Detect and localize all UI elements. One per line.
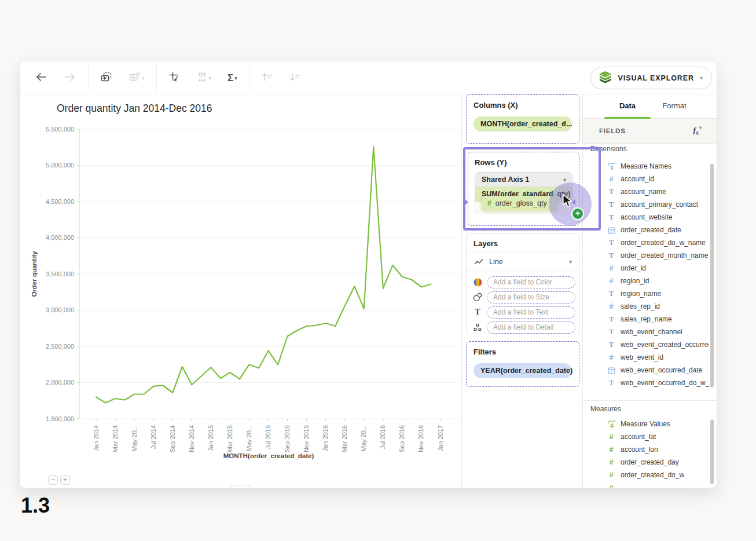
field-item-account-id[interactable]: #account_id xyxy=(583,173,709,185)
toolbar-sort-descending-button[interactable] xyxy=(285,69,304,87)
measures-scrollbar[interactable] xyxy=(710,419,714,484)
field-item-order-created-date[interactable]: order_created_date xyxy=(583,224,709,236)
filters-title: Filters xyxy=(474,348,572,356)
chevron-down-icon: ▾ xyxy=(234,76,237,81)
canvas-drag-handle[interactable] xyxy=(232,485,251,488)
field-item-measure-values[interactable]: #Measure Values xyxy=(583,418,709,430)
page-label: 1.3 xyxy=(21,494,50,518)
shared-axis-header[interactable]: Shared Axis 1 ▾ xyxy=(475,173,572,187)
visual-explorer-button[interactable]: VISUAL EXPLORER ▾ xyxy=(590,67,712,89)
svg-text:May 20...: May 20... xyxy=(360,425,367,451)
toolbar-aggregate-button[interactable]: Σ▾ xyxy=(224,71,241,85)
line-chart: 1,500,0002,000,0002,500,0003,000,0003,50… xyxy=(20,94,461,488)
field-item-web-event-occurred-do-w-na-[interactable]: Tweb_event_occurred_do_w_na... xyxy=(583,376,709,389)
number-icon: # xyxy=(607,471,616,479)
number-icon: # xyxy=(607,175,616,183)
field-item-web-event-channel[interactable]: Tweb_event_channel xyxy=(583,326,709,338)
duplicate-viz-icon xyxy=(100,71,112,85)
toolbar-duplicate-viz-button[interactable] xyxy=(97,69,116,87)
field-item-order-created-do-w[interactable]: #order_created_do_w xyxy=(583,469,709,481)
shared-axis-label: Shared Axis 1 xyxy=(482,176,529,184)
svg-text:2,500,000: 2,500,000 xyxy=(46,343,74,350)
toolbar-divider xyxy=(156,65,157,90)
number-icon: # xyxy=(607,484,616,488)
field-item-account-lon[interactable]: #account_lon xyxy=(583,443,709,456)
field-item-account-name[interactable]: Taccount_name xyxy=(583,185,709,198)
filters-shelf: Filters YEAR(order_created_date) ▾ xyxy=(466,341,579,387)
text-icon: T xyxy=(607,315,616,324)
text-icon: T xyxy=(607,289,616,298)
toolbar-divider xyxy=(88,65,89,90)
toolbar-remove-viz-button[interactable]: ▾ xyxy=(125,69,148,87)
mark-type-label: Line xyxy=(489,258,503,266)
columns-field-pill[interactable]: MONTH(order_created_d... ▾ xyxy=(474,116,572,131)
svg-text:Sep 2016: Sep 2016 xyxy=(398,425,405,452)
field-item-clipped[interactable]: # xyxy=(583,481,709,488)
columns-shelf: Columns (X) MONTH(order_created_d... ▾ xyxy=(466,94,579,144)
layer-slot-color: Add a field to Color xyxy=(467,275,579,290)
back-arrow-icon xyxy=(35,71,47,85)
toolbar-swap-axes-button[interactable] xyxy=(165,69,184,87)
toolbar-sort-ascending-button[interactable] xyxy=(258,69,276,87)
layer-slot-size: Add a field to Size xyxy=(467,290,579,305)
layer-slot-detail: Add a field to Detail xyxy=(467,320,579,335)
dimensions-scrollbar[interactable] xyxy=(710,164,714,388)
layer-slot-dropzone[interactable]: Add a field to Color xyxy=(487,276,575,288)
layer-slot-dropzone[interactable]: Add a field to Size xyxy=(487,291,575,304)
svg-text:Order quantity: Order quantity xyxy=(31,251,38,297)
toolbar-bar-width-button[interactable]: ▾ xyxy=(193,69,215,87)
layer-slot-dropzone[interactable]: Add a field to Text xyxy=(487,306,575,319)
toolbar-button-group: ▾▾Σ▾ xyxy=(20,61,309,94)
svg-text:Jul 2014: Jul 2014 xyxy=(150,425,157,449)
field-item-sales-rep-id[interactable]: #sales_rep_id xyxy=(583,300,709,313)
field-item-order-id[interactable]: #order_id xyxy=(583,262,709,275)
add-calculated-field-button[interactable]: fx+ xyxy=(693,125,702,136)
svg-text:Mar 2014: Mar 2014 xyxy=(112,425,119,452)
text-icon: T xyxy=(607,251,616,260)
tab-format[interactable]: Format xyxy=(651,94,698,118)
filter-field-pill[interactable]: YEAR(order_created_date) ▾ xyxy=(474,363,572,378)
svg-text:4,500,000: 4,500,000 xyxy=(46,198,74,205)
dragged-field-chip[interactable]: # order_gloss_qty xyxy=(482,196,558,211)
zoom-in-button[interactable]: + xyxy=(60,475,70,485)
columns-field-label: MONTH(order_created_d... xyxy=(480,120,572,128)
field-item-sales-rep-name[interactable]: Tsales_rep_name xyxy=(583,313,709,326)
svg-text:Nov 2014: Nov 2014 xyxy=(188,425,195,452)
field-item-region-name[interactable]: Tregion_name xyxy=(583,287,709,300)
field-item-web-event-id[interactable]: #web_event_id xyxy=(583,351,709,364)
field-item-order-created-do-w-name[interactable]: Torder_created_do_w_name xyxy=(583,236,709,249)
mark-type-select[interactable]: Line ▾ xyxy=(467,253,579,270)
field-item-account-lat[interactable]: #account_lat xyxy=(583,430,709,443)
field-item-region-id[interactable]: #region_id xyxy=(583,275,709,287)
svg-text:Jul 2016: Jul 2016 xyxy=(379,425,386,449)
layer-slot-dropzone[interactable]: Add a field to Detail xyxy=(487,321,575,334)
field-item-order-created-month-name[interactable]: Torder_created_month_name xyxy=(583,249,709,262)
svg-text:1,500,000: 1,500,000 xyxy=(46,415,74,422)
svg-text:2,000,000: 2,000,000 xyxy=(46,379,74,386)
layers-stack-icon xyxy=(598,70,612,86)
measures-section-label: Measures xyxy=(590,405,621,413)
toolbar-forward-button[interactable] xyxy=(60,69,80,87)
text-icon: T xyxy=(607,238,616,247)
number-icon: # xyxy=(487,199,491,207)
field-item-web-event-occurred-date[interactable]: web_event_occurred_date xyxy=(583,364,709,376)
field-item-account-website[interactable]: Taccount_website xyxy=(583,211,709,224)
field-item-order-created-day[interactable]: #order_created_day xyxy=(583,456,709,469)
columns-shelf-title: Columns (X) xyxy=(474,101,572,109)
zoom-out-button[interactable]: − xyxy=(48,475,58,485)
number-icon: # xyxy=(607,264,616,272)
field-item-web-event-created-occurred-[interactable]: Tweb_event_created_occurred... xyxy=(583,338,709,351)
svg-text:T: T xyxy=(610,164,614,170)
field-item-measure-names[interactable]: TMeasure Names xyxy=(583,160,709,173)
screenshot-stage: ▾▾Σ▾ VISUAL EXPLORER ▾ Order quantity Ja… xyxy=(0,0,756,541)
toolbar-back-button[interactable] xyxy=(31,69,51,87)
dimensions-section-label: Dimensions xyxy=(590,145,627,153)
text-icon: T xyxy=(607,378,616,388)
measure-multi-icon: # xyxy=(607,420,616,428)
calendar-icon xyxy=(607,367,616,374)
calendar-icon xyxy=(607,226,616,234)
forward-arrow-icon xyxy=(64,71,76,85)
field-item-account-primary-contact[interactable]: Taccount_primary_contact xyxy=(583,198,709,211)
tab-data[interactable]: Data xyxy=(604,94,651,118)
canvas-divider xyxy=(461,94,462,488)
